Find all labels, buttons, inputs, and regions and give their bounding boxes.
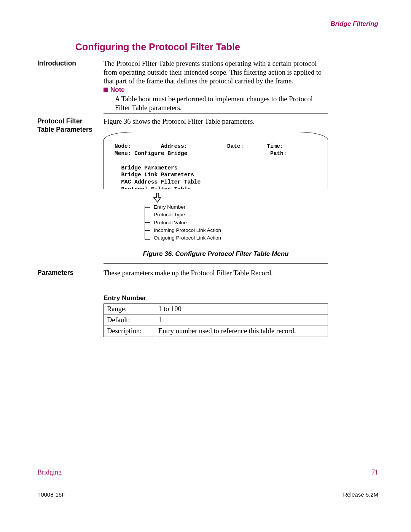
menu-screenshot: Node: Address: Date: Time: Menu: Configu… [104,132,328,192]
menu-item-4: Protocol Filter Table [121,186,191,192]
page-header-section: Bridge Filtering [330,20,378,28]
footer-row-2: T0008-16F Release 5.2M [37,491,378,498]
table-row: Range: 1 to 100 [104,304,328,315]
menu-wave-edge [104,189,328,195]
divider-2 [104,263,328,264]
menu-item-3: MAC Address Filter Table [121,179,201,185]
footer-section-name: Bridging [37,468,62,476]
cell-description-val: Entry number used to reference this tabl… [155,326,328,337]
subitem-2: Protocol Type [154,212,185,217]
footer-page-number: 71 [371,468,378,477]
figure-36: Node: Address: Date: Time: Menu: Configu… [104,132,328,192]
subitem-4: Incoming Protocol Link Action [154,227,221,233]
note-block: Note A Table boot must be performed to i… [104,85,328,112]
footer-row-1: Bridging 71 [37,468,378,483]
parameters-text: These parameters make up the Protocol Fi… [104,269,328,278]
menu-line-2: Menu: Configure Bridge Path: [115,150,287,157]
note-bullet-icon [104,88,108,92]
entry-number-table: Range: 1 to 100 Default: 1 Description: … [104,304,328,337]
menu-item-1: Bridge Parameters [121,165,177,171]
cell-description-key: Description: [104,326,155,337]
label-protocol-filter-table-parameters: Protocol Filter Table Parameters [37,117,98,134]
page-title: Configuring the Protocol Filter Table [75,41,240,53]
footer-release: Release 5.2M [343,491,378,498]
note-heading: Note [110,86,125,93]
subitem-list: Entry Number Protocol Type Protocol Valu… [145,203,221,242]
protocol-filter-params-text: Figure 36 shows the Protocol Filter Tabl… [104,117,328,126]
note-heading-row: Note [104,85,328,94]
subitem-1: Entry Number [154,204,185,210]
menu-item-2: Bridge Link Parameters [121,172,194,178]
label-introduction: Introduction [37,59,98,68]
entry-number-heading: Entry Number [104,294,146,302]
note-text: A Table boot must be performed to implem… [115,95,328,112]
figure-caption: Figure 36. Configure Protocol Filter Tab… [104,250,328,258]
label-parameters: Parameters [37,269,98,277]
menu-line-1: Node: Address: Date: Time: [115,143,284,149]
introduction-text: The Protocol Filter Table prevents stati… [104,59,328,86]
divider-1 [104,113,328,113]
cell-default-val: 1 [155,315,328,326]
table-row: Default: 1 [104,315,328,326]
footer-doc-id: T0008-16F [37,491,65,498]
cell-range-val: 1 to 100 [155,304,328,315]
subitem-5: Outgoing Protocol Link Action [154,235,221,241]
cell-default-key: Default: [104,315,155,326]
menu-text: Node: Address: Date: Time: Menu: Configu… [115,143,287,193]
subitem-3: Protocol Value [154,220,187,225]
table-row: Description: Entry number used to refere… [104,326,328,337]
cell-range-key: Range: [104,304,155,315]
